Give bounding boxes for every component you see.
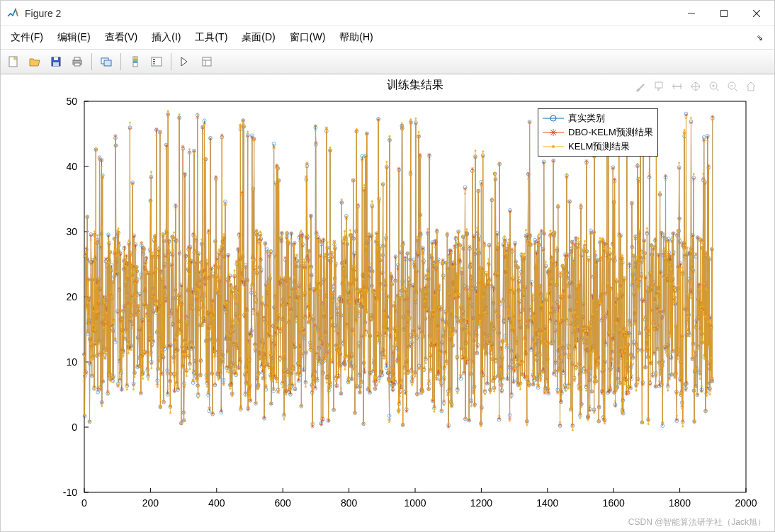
svg-point-11249	[638, 177, 639, 179]
svg-point-11044	[570, 319, 571, 320]
minimize-button[interactable]	[675, 2, 708, 25]
svg-point-10940	[536, 329, 537, 331]
pan-icon[interactable]	[688, 79, 703, 94]
svg-point-9773	[149, 248, 151, 249]
svg-point-9733	[136, 268, 137, 270]
svg-point-9726	[134, 376, 135, 378]
svg-point-9996	[223, 234, 225, 235]
svg-point-11037	[567, 346, 569, 347]
legend-entry-1[interactable]: 真实类别	[543, 111, 653, 125]
zoom-in-icon[interactable]	[706, 79, 722, 94]
svg-point-10430	[367, 292, 368, 293]
menu-view[interactable]: 查看(V)	[99, 28, 144, 47]
svg-point-9686	[120, 351, 122, 353]
svg-rect-15	[133, 59, 137, 61]
svg-point-10258	[310, 351, 311, 352]
pan-horizontal-icon[interactable]	[669, 79, 685, 94]
brush-icon[interactable]	[633, 79, 648, 94]
svg-point-11033	[566, 273, 567, 274]
svg-point-11457	[706, 385, 708, 386]
svg-point-10833	[500, 370, 502, 371]
save-button[interactable]	[46, 52, 66, 72]
svg-point-9734	[137, 280, 138, 281]
svg-point-10019	[231, 364, 232, 366]
svg-point-11482	[552, 145, 555, 148]
svg-point-9636	[104, 302, 106, 303]
svg-point-10275	[315, 290, 317, 292]
svg-point-10454	[375, 301, 376, 302]
svg-point-10298	[323, 275, 324, 276]
svg-point-10507	[392, 385, 394, 386]
svg-point-10537	[402, 424, 404, 425]
open-property-inspector-button[interactable]	[197, 52, 217, 72]
chart[interactable]: 0200400600800100012001400160018002000-10…	[1, 74, 774, 529]
svg-point-11284	[649, 380, 650, 381]
menu-overflow-icon[interactable]: ⇘	[757, 33, 763, 43]
svg-point-10428	[366, 135, 368, 136]
edit-plot-button[interactable]	[176, 52, 196, 72]
svg-point-11271	[645, 279, 646, 281]
svg-point-10536	[402, 286, 403, 288]
datatip-icon[interactable]	[651, 79, 667, 94]
home-icon[interactable]	[743, 79, 759, 94]
print-button[interactable]	[67, 52, 87, 72]
svg-point-11251	[638, 230, 640, 231]
svg-point-11140	[601, 370, 603, 371]
svg-point-10587	[419, 324, 420, 326]
insert-legend-button[interactable]	[147, 52, 166, 72]
svg-point-10956	[541, 232, 542, 234]
svg-point-10460	[377, 246, 378, 247]
legend-entry-3[interactable]: KELM预测结果	[543, 140, 653, 154]
close-button[interactable]	[740, 2, 773, 25]
svg-point-9933	[202, 308, 203, 310]
svg-point-10531	[400, 382, 402, 383]
svg-point-9711	[129, 343, 130, 344]
menu-tools[interactable]: 工具(T)	[189, 28, 233, 47]
svg-point-10038	[237, 322, 238, 323]
legend[interactable]: 真实类别 DBO-KELM预测结果 KELM预测结果	[538, 108, 658, 157]
svg-point-10448	[373, 368, 374, 370]
link-axes-button[interactable]	[96, 52, 116, 72]
svg-point-10475	[382, 266, 383, 268]
menu-edit[interactable]: 编辑(E)	[52, 28, 96, 47]
svg-point-9822	[166, 147, 167, 149]
svg-point-9746	[140, 278, 142, 280]
svg-point-9676	[117, 384, 118, 385]
svg-point-10684	[451, 310, 452, 311]
svg-point-10858	[508, 315, 509, 317]
menu-insert[interactable]: 插入(I)	[146, 28, 186, 47]
svg-point-10270	[314, 373, 315, 374]
svg-point-10048	[240, 287, 242, 288]
svg-point-10273	[315, 130, 316, 131]
svg-point-10498	[389, 368, 390, 370]
zoom-out-icon[interactable]	[725, 79, 740, 94]
svg-point-10423	[364, 325, 366, 327]
svg-point-11456	[706, 290, 708, 291]
menu-file[interactable]: 文件(F)	[5, 28, 49, 47]
svg-point-9739	[138, 327, 140, 329]
svg-point-11253	[639, 278, 640, 279]
svg-point-10067	[247, 282, 248, 283]
menu-window[interactable]: 窗口(W)	[284, 28, 332, 47]
svg-point-10389	[353, 368, 354, 370]
svg-point-11293	[652, 246, 654, 247]
svg-point-11129	[598, 420, 599, 421]
new-figure-button[interactable]	[4, 52, 23, 72]
menu-help[interactable]: 帮助(H)	[334, 28, 378, 47]
svg-point-9910	[195, 356, 196, 357]
open-button[interactable]	[25, 52, 45, 72]
svg-point-9874	[183, 412, 184, 413]
menu-desktop[interactable]: 桌面(D)	[236, 28, 281, 47]
svg-point-11441	[701, 339, 703, 340]
legend-entry-2[interactable]: DBO-KELM预测结果	[543, 125, 653, 140]
maximize-button[interactable]	[708, 2, 740, 25]
svg-point-10300	[324, 359, 325, 361]
svg-point-10173	[282, 387, 283, 388]
svg-point-9993	[222, 358, 223, 360]
svg-point-10987	[551, 281, 553, 282]
insert-colorbar-button[interactable]	[125, 52, 145, 72]
svg-point-10891	[519, 362, 521, 363]
svg-point-10037	[237, 300, 238, 302]
svg-point-11183	[616, 278, 617, 280]
svg-point-11005	[557, 391, 558, 392]
